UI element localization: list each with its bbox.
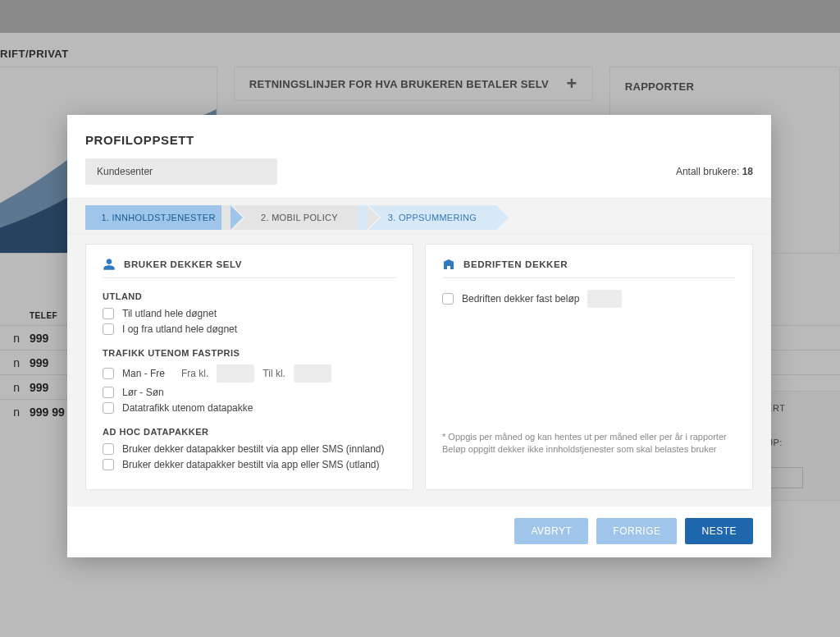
checkbox-icon[interactable]	[103, 368, 114, 379]
checkbox-icon[interactable]	[103, 443, 114, 455]
checkbox-icon[interactable]	[103, 308, 114, 319]
opt-adhoc-domestic[interactable]: Bruker dekker datapakker bestilt via app…	[103, 443, 396, 455]
panel-company-title: BEDRIFTEN DEKKER	[463, 259, 568, 269]
user-count: Antall brukere: 18	[676, 166, 753, 177]
checkbox-icon[interactable]	[442, 293, 454, 305]
from-time-input[interactable]	[217, 364, 254, 383]
modal-footer: AVBRYT FORRIGE NESTE	[67, 506, 771, 557]
profile-modal: PROFILOPPSETT Kundesenter Antall brukere…	[67, 115, 771, 557]
checkbox-icon[interactable]	[103, 323, 114, 335]
building-icon	[442, 258, 455, 271]
section-traffic: TRAFIKK UTENOM FASTPRIS	[103, 348, 396, 358]
to-time-input[interactable]	[294, 364, 331, 383]
section-abroad: UTLAND	[103, 291, 396, 301]
opt-mon-fri[interactable]: Man - Fre Fra kl. Til kl.	[103, 364, 396, 383]
checkbox-icon[interactable]	[103, 387, 114, 398]
panel-user-covers: BRUKER DEKKER SELV UTLAND Til utland hel…	[85, 244, 413, 490]
panel-note: * Oppgis per måned og kan hentes ut per …	[442, 431, 736, 456]
user-icon	[103, 258, 116, 271]
fixed-amount-input[interactable]	[587, 290, 622, 308]
panel-company-covers: BEDRIFTEN DEKKER Bedriften dekker fast b…	[425, 244, 753, 490]
wizard-steps: 1. INNHOLDSTJENESTER 2. MOBIL POLICY 3. …	[67, 198, 771, 234]
modal-title: PROFILOPPSETT	[67, 115, 771, 158]
panel-user-title: BRUKER DEKKER SELV	[124, 259, 242, 269]
opt-company-fixed-amount[interactable]: Bedriften dekker fast beløp	[442, 290, 736, 308]
checkbox-icon[interactable]	[103, 402, 114, 414]
previous-button[interactable]: FORRIGE	[596, 518, 677, 544]
section-adhoc: AD HOC DATAPAKKER	[103, 427, 396, 437]
opt-to-from-abroad[interactable]: I og fra utland hele døgnet	[103, 323, 396, 335]
step-content-services[interactable]: 1. INNHOLDSTJENESTER	[85, 205, 231, 230]
opt-abroad-all-day[interactable]: Til utland hele døgnet	[103, 308, 396, 319]
next-button[interactable]: NESTE	[685, 518, 753, 544]
checkbox-icon[interactable]	[103, 459, 114, 470]
opt-sat-sun[interactable]: Lør - Søn	[103, 387, 396, 398]
profile-tag[interactable]: Kundesenter	[85, 158, 277, 185]
opt-adhoc-abroad[interactable]: Bruker dekker datapakker bestilt via app…	[103, 459, 396, 470]
cancel-button[interactable]: AVBRYT	[514, 518, 588, 544]
opt-data-outside-package[interactable]: Datatrafikk utenom datapakke	[103, 402, 396, 414]
